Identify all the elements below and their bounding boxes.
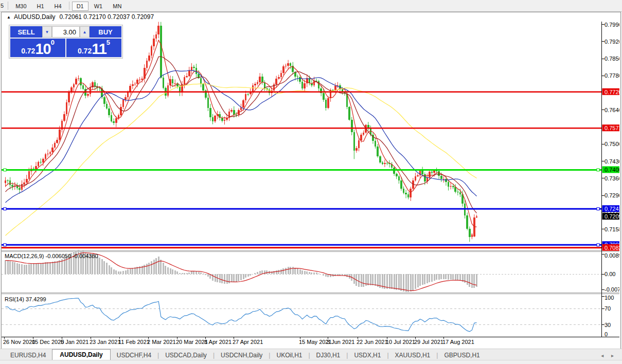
timeframe-button-h1[interactable]: H1 xyxy=(32,2,49,11)
candle xyxy=(325,100,327,108)
candle xyxy=(327,98,329,108)
candle xyxy=(221,118,223,120)
hline-handle[interactable] xyxy=(4,169,6,171)
x-axis-label: 5 Jan 2021 xyxy=(61,339,88,345)
candle xyxy=(153,39,155,46)
symbol-tab-usdcnh[interactable]: USDCNH,Daily xyxy=(215,350,269,360)
candle xyxy=(405,193,407,194)
candle xyxy=(157,26,159,34)
candle xyxy=(379,156,381,162)
candle xyxy=(136,80,138,84)
candle xyxy=(285,66,287,66)
volume-decrease-button[interactable]: ▼ xyxy=(42,26,52,38)
symbol-tab-audusd[interactable]: AUDUSD,Daily xyxy=(52,349,110,360)
rsi-label: RSI(14) 37.4299 xyxy=(5,296,46,302)
sell-button[interactable]: SELL xyxy=(10,26,42,38)
svg-text:0.73660: 0.73660 xyxy=(605,175,619,181)
chart-window: ▲ AUDUSD,Daily 0.72061 0.72170 0.72037 0… xyxy=(1,12,621,349)
svg-text:0.79260: 0.79260 xyxy=(605,39,619,45)
volume-increase-button[interactable]: ▲ xyxy=(80,26,90,38)
candle xyxy=(90,87,92,94)
x-axis-label: 8 Apr 2021 xyxy=(204,339,232,345)
candle xyxy=(363,133,365,135)
timeframe-button-d1[interactable]: D1 xyxy=(72,2,88,11)
timeframe-button-h4[interactable]: H4 xyxy=(50,2,66,11)
candle xyxy=(87,94,89,96)
candle xyxy=(287,63,289,66)
candle xyxy=(188,70,190,76)
timeframe-group: D1W1MN xyxy=(72,1,127,10)
candle xyxy=(245,94,247,100)
candle xyxy=(141,79,143,79)
svg-text:70: 70 xyxy=(605,305,611,312)
symbol-tab-xauusd[interactable]: XAUUSD,H1 xyxy=(389,350,437,360)
candle xyxy=(403,189,405,193)
candle xyxy=(351,120,353,132)
hline-handle[interactable] xyxy=(597,244,599,246)
candle xyxy=(259,77,261,82)
hline-handle[interactable] xyxy=(597,208,599,210)
x-axis-label: 22 Jun 2021 xyxy=(357,339,388,345)
timeframe-button-w1[interactable]: W1 xyxy=(90,2,108,11)
candle xyxy=(443,179,445,179)
candle xyxy=(360,135,362,140)
candle xyxy=(193,67,195,68)
hline-handle[interactable] xyxy=(597,169,599,171)
candle xyxy=(440,176,442,179)
symbol-tab-usdx[interactable]: USDX,H1 xyxy=(348,350,387,360)
candle xyxy=(375,141,377,147)
timeframe-button-mn[interactable]: MN xyxy=(108,2,126,11)
candle xyxy=(313,81,315,85)
symbol-tab-dj30[interactable]: DJ30,H1 xyxy=(310,350,347,360)
candle xyxy=(51,148,54,152)
candle xyxy=(78,78,80,79)
x-axis-label: 10 Jul 2021 xyxy=(386,339,415,345)
candle xyxy=(433,171,435,173)
collapse-triangle-icon[interactable]: ▲ xyxy=(7,15,11,20)
candle xyxy=(356,148,358,151)
hline-handle[interactable] xyxy=(4,244,6,246)
candle xyxy=(459,192,461,195)
timeframe-button-m5-clipped[interactable]: 5 xyxy=(0,2,6,10)
candle xyxy=(56,140,58,143)
candle xyxy=(113,121,115,123)
candle xyxy=(214,116,216,121)
candle xyxy=(23,183,25,185)
candle xyxy=(111,115,113,121)
symbol-tab-ukoil[interactable]: UKOil,H1 xyxy=(270,350,308,360)
x-axis-label: 26 Nov 2020 xyxy=(3,339,35,345)
candle xyxy=(299,77,301,81)
svg-text:0.75716: 0.75716 xyxy=(605,125,619,131)
symbol-tab-usdchf[interactable]: USDCHF,H4 xyxy=(111,350,157,360)
candle xyxy=(108,108,110,115)
candle xyxy=(236,115,238,115)
chart-title-bar: ▲ AUDUSD,Daily 0.72061 0.72170 0.72037 0… xyxy=(2,12,620,22)
tab-scroll-arrows[interactable]: ◂ ▸ xyxy=(601,353,622,360)
candle xyxy=(386,163,388,163)
candle xyxy=(471,234,473,237)
sell-price-button[interactable]: 0.72 10 0 xyxy=(10,39,65,57)
volume-input[interactable] xyxy=(52,26,80,38)
candle xyxy=(160,26,162,78)
buy-price-button[interactable]: 0.72 11 5 xyxy=(66,39,121,57)
candle xyxy=(469,229,471,238)
symbol-tab-eurusd[interactable]: EURUSD,H4 xyxy=(4,350,52,360)
symbol-tab-usdcad[interactable]: USDCAD,Daily xyxy=(159,350,213,360)
hline-handle[interactable] xyxy=(4,208,6,210)
svg-text:0.76460: 0.76460 xyxy=(605,107,619,113)
timeframe-button-m30[interactable]: M30 xyxy=(11,2,31,11)
trading-terminal: 5 M30H1H4 D1W1MN ▲ AUDUSD,Daily 0.72061 … xyxy=(0,0,622,364)
candle xyxy=(63,114,65,121)
candle xyxy=(75,79,77,84)
candle xyxy=(26,179,28,183)
candle xyxy=(410,189,412,197)
candle xyxy=(254,84,256,85)
candle xyxy=(247,94,249,95)
chart-canvas[interactable]: MACD(12,26,9) -0.006050 -0.004380RSI(14)… xyxy=(2,22,619,348)
candle xyxy=(139,80,141,80)
buy-button[interactable]: BUY xyxy=(90,26,121,38)
x-axis-label: 15 Dec 2020 xyxy=(32,339,64,345)
symbol-tab-gbpusd[interactable]: GBPUSD,H1 xyxy=(438,350,486,360)
candle xyxy=(202,84,204,90)
x-axis-label: 3 Jun 2021 xyxy=(327,339,354,345)
